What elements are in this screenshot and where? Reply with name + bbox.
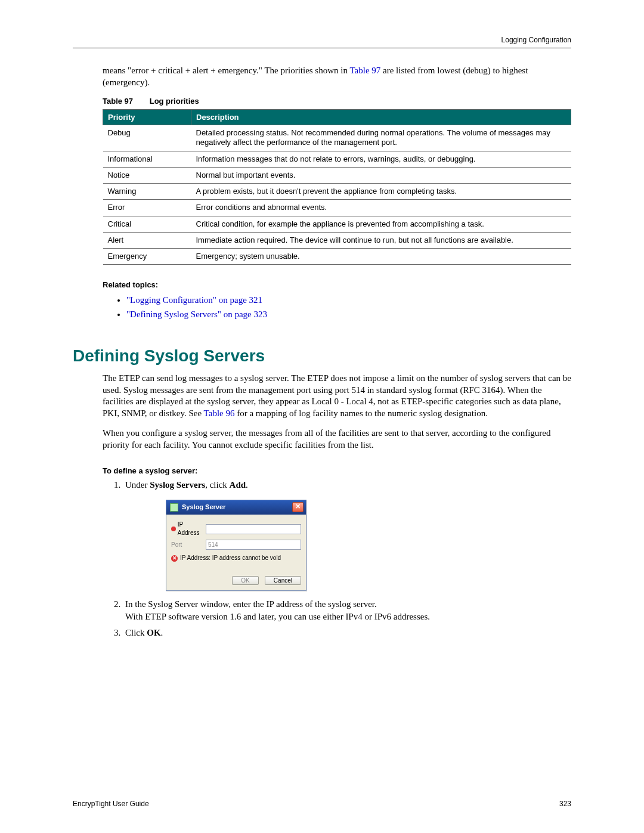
cell-description: Normal but important events. (191, 167, 571, 183)
related-topics-heading: Related topics: (103, 280, 571, 289)
table-97-link[interactable]: Table 97 (349, 66, 380, 75)
step3-bold: OK (147, 628, 160, 637)
step-1: Under Syslog Servers, click Add. Syslog … (123, 479, 571, 591)
table-96-link[interactable]: Table 96 (204, 408, 235, 418)
dialog-titlebar: Syslog Server ✕ (166, 500, 306, 515)
step2-line1: In the Syslog Server window, enter the I… (125, 599, 377, 609)
footer-page-number: 323 (559, 800, 571, 808)
step1-mid: , click (205, 480, 229, 490)
dialog-body: IP Address Port ✕ IP Address: IP address… (166, 515, 306, 569)
table-caption-title: Log priorities (150, 97, 199, 106)
running-header: Logging Configuration (73, 36, 571, 47)
close-icon[interactable]: ✕ (292, 502, 304, 512)
table-row: CriticalCritical condition, for example … (103, 216, 571, 232)
table-row: DebugDetailed processing status. Not rec… (103, 125, 571, 151)
ip-address-label-text: IP Address (178, 521, 206, 537)
related-topics-list: "Logging Configuration" on page 321 "Def… (126, 293, 571, 321)
dialog-title-text: Syslog Server (182, 503, 225, 512)
step1-bold1: Syslog Servers (150, 480, 205, 490)
ok-button[interactable]: OK (232, 576, 258, 585)
cell-description: Critical condition, for example the appl… (191, 216, 571, 232)
col-header-description: Description (191, 110, 571, 125)
dialog-button-bar: OK Cancel (166, 569, 306, 590)
error-icon: ✕ (171, 555, 178, 562)
step1-post: . (246, 480, 248, 490)
syslog-para-2: When you configure a syslog server, the … (103, 428, 571, 451)
list-item: "Logging Configuration" on page 321 (126, 293, 571, 307)
step-2: In the Syslog Server window, enter the I… (123, 598, 571, 623)
cancel-button[interactable]: Cancel (265, 576, 301, 585)
port-row: Port (171, 540, 301, 550)
table-row: ErrorError conditions and abnormal event… (103, 200, 571, 216)
col-header-priority: Priority (103, 110, 191, 125)
step3-post: . (161, 628, 163, 637)
procedure-steps: Under Syslog Servers, click Add. Syslog … (123, 479, 571, 639)
cell-priority: Informational (103, 151, 191, 167)
error-text: IP Address: IP address cannot be void (180, 554, 281, 562)
cell-description: A problem exists, but it doesn't prevent… (191, 184, 571, 200)
cell-description: Immediate action required. The device wi… (191, 232, 571, 248)
table-caption: Table 97 Log priorities (103, 97, 571, 106)
header-rule (73, 48, 571, 48)
cell-priority: Critical (103, 216, 191, 232)
error-line: ✕ IP Address: IP address cannot be void (171, 552, 301, 567)
ip-address-row: IP Address (171, 521, 301, 537)
table-row: AlertImmediate action required. The devi… (103, 232, 571, 248)
dialog-app-icon (170, 503, 178, 512)
cell-description: Detailed processing status. Not recommen… (191, 125, 571, 151)
step-3: Click OK. (123, 627, 571, 639)
intro-paragraph: means "error + critical + alert + emerge… (103, 65, 571, 88)
footer-left: EncrypTight User Guide (73, 800, 149, 808)
cell-priority: Debug (103, 125, 191, 151)
cell-priority: Emergency (103, 249, 191, 265)
cell-description: Emergency; system unusable. (191, 249, 571, 265)
list-item: "Defining Syslog Servers" on page 323 (126, 307, 571, 321)
related-link-logging-config[interactable]: "Logging Configuration" on page 321 (126, 295, 262, 305)
table-row: EmergencyEmergency; system unusable. (103, 249, 571, 265)
section-title: Defining Syslog Servers (73, 346, 571, 366)
procedure-heading: To define a syslog server: (103, 466, 571, 475)
related-link-defining-syslog[interactable]: "Defining Syslog Servers" on page 323 (126, 309, 267, 319)
port-input[interactable] (206, 540, 301, 550)
step1-pre: Under (125, 480, 150, 490)
cell-priority: Error (103, 200, 191, 216)
log-priorities-table: Priority Description DebugDetailed proce… (103, 109, 571, 265)
table-row: WarningA problem exists, but it doesn't … (103, 184, 571, 200)
step2-line2: With ETEP software version 1.6 and later… (125, 612, 430, 621)
cell-priority: Warning (103, 184, 191, 200)
page-footer: EncrypTight User Guide 323 (73, 800, 571, 808)
syslog-server-dialog: Syslog Server ✕ IP Address Port (166, 500, 306, 591)
cell-description: Error conditions and abnormal events. (191, 200, 571, 216)
intro-pre: means "error + critical + alert + emerge… (103, 66, 349, 75)
ip-address-input[interactable] (206, 524, 301, 534)
table-row: InformationalInformation messages that d… (103, 151, 571, 167)
para1-post: for a mapping of log facility names to t… (237, 408, 488, 418)
port-label: Port (171, 541, 206, 549)
cell-priority: Notice (103, 167, 191, 183)
table-caption-prefix: Table 97 (103, 97, 133, 106)
step3-pre: Click (125, 628, 147, 637)
required-icon (171, 527, 176, 531)
table-row: NoticeNormal but important events. (103, 167, 571, 183)
syslog-para-1: The ETEP can send log messages to a sysl… (103, 373, 571, 419)
ip-address-label: IP Address (171, 521, 206, 537)
cell-priority: Alert (103, 232, 191, 248)
cell-description: Information messages that do not relate … (191, 151, 571, 167)
step1-bold2: Add (230, 480, 246, 490)
